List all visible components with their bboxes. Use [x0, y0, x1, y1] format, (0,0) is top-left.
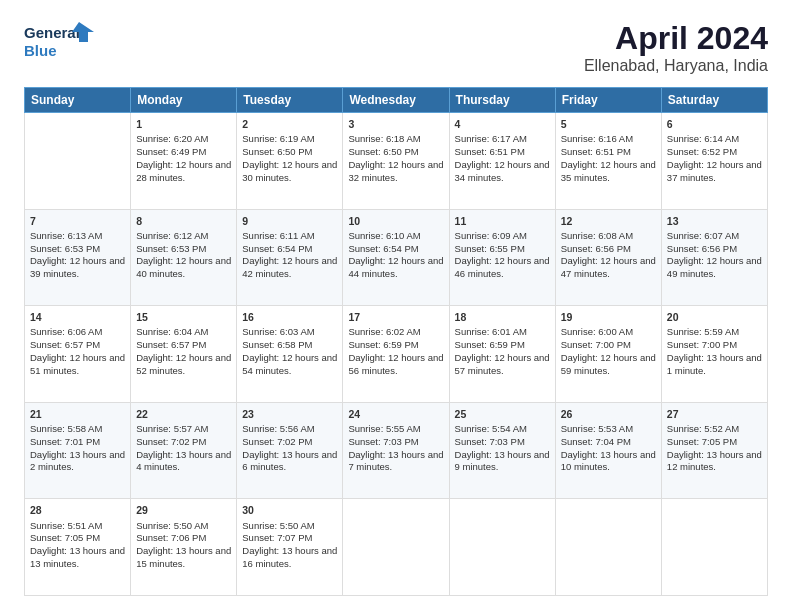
- cell-2-1: 15Sunrise: 6:04 AMSunset: 6:57 PMDayligh…: [131, 306, 237, 403]
- cell-4-4: [449, 499, 555, 596]
- day-number: 7: [30, 214, 125, 228]
- calendar-table: Sunday Monday Tuesday Wednesday Thursday…: [24, 87, 768, 596]
- title-block: April 2024 Ellenabad, Haryana, India: [584, 20, 768, 75]
- cell-4-6: [661, 499, 767, 596]
- svg-text:Blue: Blue: [24, 42, 57, 59]
- cell-0-3: 3Sunrise: 6:18 AMSunset: 6:50 PMDaylight…: [343, 113, 449, 210]
- cell-3-6: 27Sunrise: 5:52 AMSunset: 7:05 PMDayligh…: [661, 402, 767, 499]
- day-number: 28: [30, 503, 125, 517]
- col-thursday: Thursday: [449, 88, 555, 113]
- page: GeneralBlue April 2024 Ellenabad, Haryan…: [0, 0, 792, 612]
- cell-0-2: 2Sunrise: 6:19 AMSunset: 6:50 PMDaylight…: [237, 113, 343, 210]
- day-number: 25: [455, 407, 550, 421]
- header: GeneralBlue April 2024 Ellenabad, Haryan…: [24, 20, 768, 75]
- week-row-4: 28Sunrise: 5:51 AMSunset: 7:05 PMDayligh…: [25, 499, 768, 596]
- day-number: 19: [561, 310, 656, 324]
- cell-0-4: 4Sunrise: 6:17 AMSunset: 6:51 PMDaylight…: [449, 113, 555, 210]
- cell-3-3: 24Sunrise: 5:55 AMSunset: 7:03 PMDayligh…: [343, 402, 449, 499]
- svg-text:General: General: [24, 24, 80, 41]
- day-number: 23: [242, 407, 337, 421]
- cell-2-3: 17Sunrise: 6:02 AMSunset: 6:59 PMDayligh…: [343, 306, 449, 403]
- week-row-0: 1Sunrise: 6:20 AMSunset: 6:49 PMDaylight…: [25, 113, 768, 210]
- day-number: 8: [136, 214, 231, 228]
- day-number: 17: [348, 310, 443, 324]
- cell-4-0: 28Sunrise: 5:51 AMSunset: 7:05 PMDayligh…: [25, 499, 131, 596]
- cell-3-4: 25Sunrise: 5:54 AMSunset: 7:03 PMDayligh…: [449, 402, 555, 499]
- day-number: 15: [136, 310, 231, 324]
- day-number: 21: [30, 407, 125, 421]
- cell-1-0: 7Sunrise: 6:13 AMSunset: 6:53 PMDaylight…: [25, 209, 131, 306]
- cell-1-3: 10Sunrise: 6:10 AMSunset: 6:54 PMDayligh…: [343, 209, 449, 306]
- cell-1-2: 9Sunrise: 6:11 AMSunset: 6:54 PMDaylight…: [237, 209, 343, 306]
- week-row-3: 21Sunrise: 5:58 AMSunset: 7:01 PMDayligh…: [25, 402, 768, 499]
- cell-2-5: 19Sunrise: 6:00 AMSunset: 7:00 PMDayligh…: [555, 306, 661, 403]
- cell-3-0: 21Sunrise: 5:58 AMSunset: 7:01 PMDayligh…: [25, 402, 131, 499]
- col-monday: Monday: [131, 88, 237, 113]
- col-friday: Friday: [555, 88, 661, 113]
- col-sunday: Sunday: [25, 88, 131, 113]
- day-number: 26: [561, 407, 656, 421]
- day-number: 24: [348, 407, 443, 421]
- subtitle: Ellenabad, Haryana, India: [584, 57, 768, 75]
- cell-4-1: 29Sunrise: 5:50 AMSunset: 7:06 PMDayligh…: [131, 499, 237, 596]
- day-number: 12: [561, 214, 656, 228]
- cell-2-4: 18Sunrise: 6:01 AMSunset: 6:59 PMDayligh…: [449, 306, 555, 403]
- cell-4-2: 30Sunrise: 5:50 AMSunset: 7:07 PMDayligh…: [237, 499, 343, 596]
- main-title: April 2024: [584, 20, 768, 57]
- day-number: 4: [455, 117, 550, 131]
- day-number: 27: [667, 407, 762, 421]
- cell-0-0: [25, 113, 131, 210]
- day-number: 3: [348, 117, 443, 131]
- day-number: 11: [455, 214, 550, 228]
- day-number: 10: [348, 214, 443, 228]
- day-number: 2: [242, 117, 337, 131]
- col-saturday: Saturday: [661, 88, 767, 113]
- logo-svg: GeneralBlue: [24, 20, 94, 62]
- cell-0-1: 1Sunrise: 6:20 AMSunset: 6:49 PMDaylight…: [131, 113, 237, 210]
- header-row: Sunday Monday Tuesday Wednesday Thursday…: [25, 88, 768, 113]
- cell-1-4: 11Sunrise: 6:09 AMSunset: 6:55 PMDayligh…: [449, 209, 555, 306]
- cell-0-5: 5Sunrise: 6:16 AMSunset: 6:51 PMDaylight…: [555, 113, 661, 210]
- cell-2-0: 14Sunrise: 6:06 AMSunset: 6:57 PMDayligh…: [25, 306, 131, 403]
- cell-4-3: [343, 499, 449, 596]
- col-tuesday: Tuesday: [237, 88, 343, 113]
- cell-2-6: 20Sunrise: 5:59 AMSunset: 7:00 PMDayligh…: [661, 306, 767, 403]
- cell-1-5: 12Sunrise: 6:08 AMSunset: 6:56 PMDayligh…: [555, 209, 661, 306]
- cell-3-2: 23Sunrise: 5:56 AMSunset: 7:02 PMDayligh…: [237, 402, 343, 499]
- cell-3-1: 22Sunrise: 5:57 AMSunset: 7:02 PMDayligh…: [131, 402, 237, 499]
- day-number: 5: [561, 117, 656, 131]
- day-number: 16: [242, 310, 337, 324]
- day-number: 22: [136, 407, 231, 421]
- calendar-body: 1Sunrise: 6:20 AMSunset: 6:49 PMDaylight…: [25, 113, 768, 596]
- day-number: 6: [667, 117, 762, 131]
- day-number: 14: [30, 310, 125, 324]
- day-number: 18: [455, 310, 550, 324]
- day-number: 13: [667, 214, 762, 228]
- cell-1-6: 13Sunrise: 6:07 AMSunset: 6:56 PMDayligh…: [661, 209, 767, 306]
- cell-4-5: [555, 499, 661, 596]
- logo: GeneralBlue: [24, 20, 94, 62]
- cell-0-6: 6Sunrise: 6:14 AMSunset: 6:52 PMDaylight…: [661, 113, 767, 210]
- day-number: 20: [667, 310, 762, 324]
- day-number: 1: [136, 117, 231, 131]
- day-number: 30: [242, 503, 337, 517]
- day-number: 9: [242, 214, 337, 228]
- week-row-2: 14Sunrise: 6:06 AMSunset: 6:57 PMDayligh…: [25, 306, 768, 403]
- col-wednesday: Wednesday: [343, 88, 449, 113]
- cell-3-5: 26Sunrise: 5:53 AMSunset: 7:04 PMDayligh…: [555, 402, 661, 499]
- cell-2-2: 16Sunrise: 6:03 AMSunset: 6:58 PMDayligh…: [237, 306, 343, 403]
- cell-1-1: 8Sunrise: 6:12 AMSunset: 6:53 PMDaylight…: [131, 209, 237, 306]
- week-row-1: 7Sunrise: 6:13 AMSunset: 6:53 PMDaylight…: [25, 209, 768, 306]
- day-number: 29: [136, 503, 231, 517]
